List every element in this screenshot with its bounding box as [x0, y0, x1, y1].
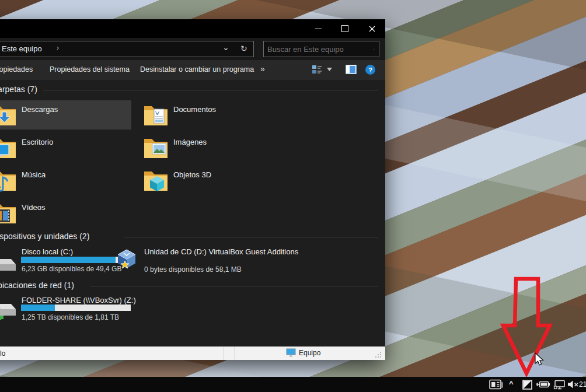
maximize-button[interactable]: [332, 19, 358, 38]
mouse-cursor: [535, 352, 544, 366]
section-divider: [90, 286, 378, 286]
volume-muted-icon[interactable]: [567, 380, 579, 389]
show-hidden-icons-chevron[interactable]: ^: [509, 379, 514, 388]
documents-folder-icon: [143, 102, 169, 128]
preview-pane-icon[interactable]: [346, 65, 357, 74]
3d-objects-folder-icon: [143, 167, 169, 193]
minimize-icon: [315, 29, 322, 29]
resize-grip[interactable]: [375, 351, 382, 358]
news-and-interests-icon[interactable]: [489, 379, 503, 390]
drive-tile-cd-virtualbox[interactable]: Unidad de CD (D:) VirtualBox Guest Addit…: [93, 246, 304, 276]
section-divider: [124, 237, 378, 237]
folder-label: Descargas: [22, 105, 58, 114]
help-button[interactable]: ?: [365, 65, 375, 75]
folder-label: Escritorio: [22, 138, 53, 146]
title-bar[interactable]: [0, 19, 385, 38]
network-drive-icon: [0, 296, 17, 321]
clock[interactable]: 21: [579, 380, 586, 388]
folder-tile-escritorio[interactable]: Escritorio: [0, 133, 131, 162]
network-ethernet-icon[interactable]: [553, 380, 566, 390]
toolbar-overflow-icon[interactable]: »: [260, 64, 265, 74]
videos-folder-icon: [0, 200, 17, 226]
folder-label: Documentos: [173, 105, 216, 114]
folder-tile-objetos-3d[interactable]: Objetos 3D: [123, 166, 283, 195]
status-bar: lo Equipo: [0, 346, 385, 360]
search-box[interactable]: [263, 41, 379, 57]
section-header-carpetas[interactable]: Carpetas (7): [0, 85, 37, 94]
folder-label: Imágenes: [173, 138, 207, 146]
folder-tile-descargas[interactable]: Descargas: [0, 100, 131, 130]
explorer-window: Este equipo › ⌄ ↻ Propiedades Propiedade…: [0, 19, 385, 360]
hard-drive-icon: [0, 247, 17, 273]
disk-usage-fill: [21, 304, 55, 311]
maximize-icon: [341, 25, 348, 32]
toolbar-desinstalar-programa[interactable]: Desinstalar o cambiar un programa: [140, 65, 254, 74]
drive-label: Unidad de CD (D:) VirtualBox Guest Addit…: [144, 247, 350, 256]
help-icon: ?: [368, 66, 372, 74]
section-header-red[interactable]: Ubicaciones de red (1): [0, 281, 74, 290]
virtualbox-cd-icon: [114, 247, 139, 273]
search-icon[interactable]: [374, 46, 375, 53]
folder-label: Música: [22, 170, 46, 179]
address-bar[interactable]: Este equipo › ⌄ ↻: [0, 41, 254, 57]
command-row: Este equipo › ⌄ ↻: [0, 38, 385, 60]
folder-label: Vídeos: [22, 203, 45, 212]
taskbar[interactable]: ^ 21: [0, 377, 586, 392]
file-list: Carpetas (7) Descargas: [0, 80, 385, 346]
computer-icon: [286, 348, 296, 357]
drive-tile-folder-share-z[interactable]: FOLDER-SHARE (\\VBoxSvr) (Z:) 1,25 TB di…: [0, 295, 181, 325]
drive-label: FOLDER-SHARE (\\VBoxSvr) (Z:): [22, 296, 227, 304]
downloads-folder-icon: [0, 102, 17, 128]
status-divider: [234, 346, 235, 360]
caption-buttons: [305, 19, 385, 38]
contrast-square-tray-icon[interactable]: [522, 380, 533, 390]
folder-tile-imagenes[interactable]: Imágenes: [123, 133, 283, 162]
folder-tile-documentos[interactable]: Documentos: [123, 100, 283, 130]
drive-free-space: 1,25 TB disponibles de 1,81 TB: [22, 313, 119, 321]
toolbar-propiedades[interactable]: Propiedades: [0, 65, 33, 74]
section-header-dispositivos[interactable]: Dispositivos y unidades (2): [0, 232, 89, 241]
breadcrumb-chevron-icon[interactable]: ›: [57, 44, 59, 52]
change-view-icon[interactable]: [312, 65, 323, 75]
address-dropdown-icon[interactable]: ⌄: [222, 43, 229, 52]
status-selected-label: Equipo: [299, 349, 320, 357]
toolbar: Propiedades Propiedades del sistema Desi…: [0, 60, 385, 80]
refresh-icon[interactable]: ↻: [240, 44, 247, 53]
drive-free-space: 0 bytes disponibles de 58,1 MB: [144, 265, 242, 274]
disk-usage-bar: [21, 304, 131, 311]
folder-tile-videos[interactable]: Vídeos: [0, 198, 131, 228]
battery-charging-icon[interactable]: [536, 380, 551, 388]
status-left-text: lo: [0, 349, 5, 358]
status-divider: [223, 346, 224, 360]
desktop-folder-icon: [0, 135, 17, 160]
folder-label: Objetos 3D: [173, 170, 211, 179]
section-divider: [43, 90, 378, 90]
screen: Este equipo › ⌄ ↻ Propiedades Propiedade…: [0, 0, 586, 392]
folder-tile-musica[interactable]: Música: [0, 166, 131, 195]
breadcrumb[interactable]: Este equipo: [2, 44, 42, 53]
music-folder-icon: [0, 167, 17, 193]
toolbar-propiedades-del-sistema[interactable]: Propiedades del sistema: [50, 65, 130, 74]
pictures-folder-icon: [143, 135, 169, 160]
search-input[interactable]: [264, 45, 374, 54]
status-selected-item: Equipo: [286, 348, 320, 357]
annotation-arrow-down: [499, 274, 554, 377]
close-button[interactable]: [358, 19, 385, 38]
close-icon: [369, 26, 375, 32]
view-dropdown-caret-icon[interactable]: [327, 68, 332, 71]
minimize-button[interactable]: [305, 19, 332, 38]
